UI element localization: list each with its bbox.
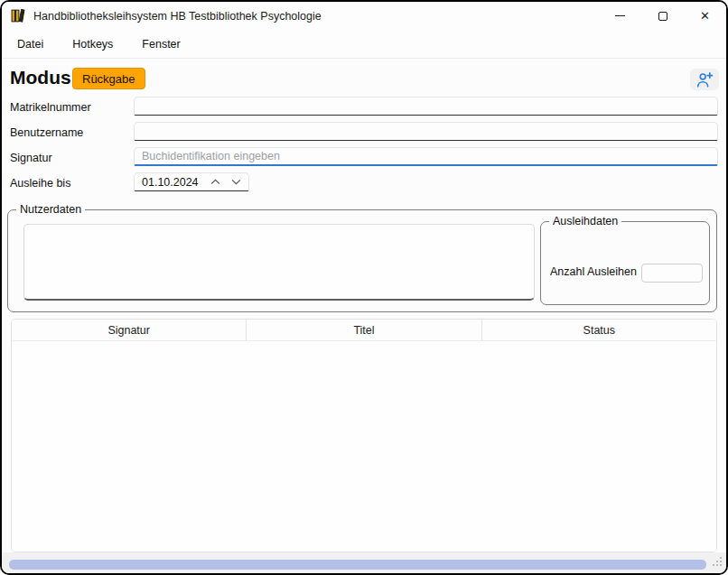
- resize-grip[interactable]: [712, 555, 723, 571]
- table-header-row: Signatur Titel Status: [12, 320, 716, 341]
- menu-item-fenster[interactable]: Fenster: [140, 36, 182, 52]
- mode-badge-rueckgabe[interactable]: Rückgabe: [72, 68, 145, 89]
- column-header-titel[interactable]: Titel: [246, 320, 481, 340]
- page-title: Modus: [10, 67, 71, 88]
- title-bar[interactable]: Handbibliotheksleihsystem HB Testbibliot…: [2, 2, 726, 30]
- add-user-button[interactable]: [690, 69, 719, 90]
- label-matrikelnummer: Matrikelnummer: [10, 101, 91, 114]
- close-button[interactable]: ✕: [684, 2, 726, 30]
- status-strip: [2, 552, 726, 573]
- label-ausleihe-bis: Ausleihe bis: [10, 177, 70, 190]
- minimize-button[interactable]: [599, 2, 641, 30]
- close-icon: ✕: [700, 9, 710, 23]
- person-add-icon: [695, 70, 714, 88]
- nutzerdaten-textarea[interactable]: [23, 224, 535, 301]
- column-header-status[interactable]: Status: [481, 320, 716, 340]
- resize-grip-icon: [712, 556, 723, 568]
- table-body-empty: [12, 341, 716, 552]
- benutzername-input[interactable]: [134, 122, 718, 141]
- spinner-down-button[interactable]: [229, 175, 242, 190]
- menu-bar: Datei Hotkeys Fenster: [2, 30, 726, 59]
- mode-header: Modus Rückgabe: [2, 60, 726, 99]
- window-title: Handbibliotheksleihsystem HB Testbibliot…: [33, 10, 322, 23]
- minimize-icon: [615, 15, 625, 16]
- ausleihe-bis-date-field[interactable]: 01.10.2024: [134, 172, 249, 191]
- menu-item-datei[interactable]: Datei: [15, 36, 45, 52]
- ausleihdaten-groupbox: Ausleihdaten Anzahl Ausleihen: [540, 221, 710, 305]
- ausleihdaten-legend: Ausleihdaten: [549, 215, 621, 227]
- signatur-input[interactable]: [134, 147, 718, 166]
- label-anzahl-ausleihen: Anzahl Ausleihen: [550, 265, 637, 278]
- menu-item-hotkeys[interactable]: Hotkeys: [70, 36, 115, 52]
- spinner-up-button[interactable]: [209, 175, 221, 190]
- library-books-icon: [11, 8, 26, 23]
- date-value: 01.10.2024: [135, 176, 199, 189]
- label-benutzername: Benutzername: [10, 126, 83, 139]
- chevron-down-icon: [231, 179, 241, 185]
- chevron-up-icon: [210, 179, 220, 185]
- matrikelnummer-input[interactable]: [134, 97, 718, 116]
- maximize-icon: [658, 12, 667, 21]
- horizontal-scrollbar-thumb[interactable]: [9, 560, 706, 570]
- anzahl-ausleihen-input[interactable]: [641, 264, 703, 283]
- column-header-signatur[interactable]: Signatur: [12, 320, 246, 340]
- maximize-button[interactable]: [641, 2, 684, 30]
- app-window: Handbibliotheksleihsystem HB Testbibliot…: [0, 0, 728, 575]
- nutzerdaten-legend: Nutzerdaten: [16, 203, 85, 216]
- nutzerdaten-groupbox: Nutzerdaten Ausleihdaten Anzahl Ausleihe…: [7, 209, 717, 312]
- window-controls: ✕: [599, 2, 726, 30]
- date-spinners: [209, 175, 248, 190]
- loans-table: Signatur Titel Status: [11, 319, 717, 552]
- label-signatur: Signatur: [10, 152, 52, 164]
